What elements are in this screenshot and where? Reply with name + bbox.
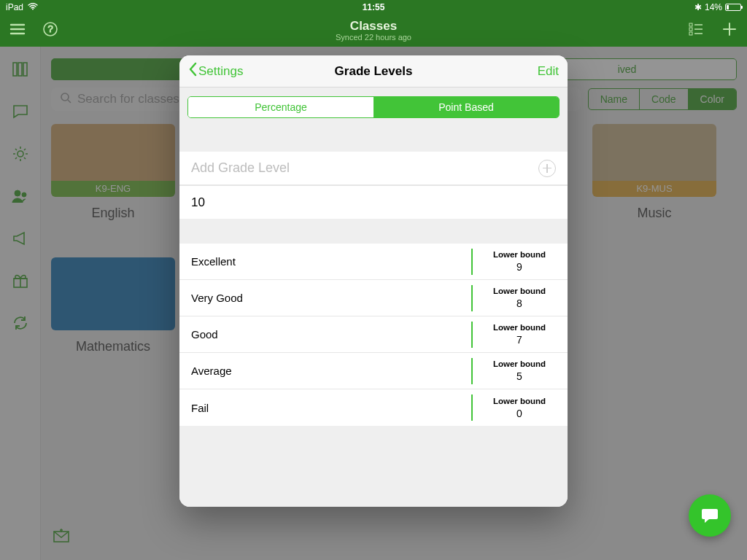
modal-body: Percentage Point Based Add Grade Level 1… — [179, 88, 568, 507]
lower-bound-value: 8 — [483, 298, 556, 309]
back-button[interactable]: Settings — [188, 62, 243, 80]
grade-row[interactable]: Excellent Lower bound9 — [179, 244, 568, 280]
lower-bound-value: 0 — [483, 408, 556, 419]
menu-icon[interactable] — [9, 20, 26, 41]
status-device: iPad — [6, 2, 23, 12]
svg-text:?: ? — [47, 23, 53, 34]
lower-bound-caption: Lower bound — [483, 287, 556, 295]
seg-percentage[interactable]: Percentage — [188, 97, 374, 117]
max-points-row[interactable]: 10 — [179, 185, 568, 219]
add-icon[interactable] — [721, 20, 738, 41]
seg-point-based[interactable]: Point Based — [374, 97, 559, 117]
status-bar: iPad 11:55 ✱ 14% — [0, 0, 747, 15]
bluetooth-icon: ✱ — [694, 2, 702, 12]
chat-fab[interactable] — [689, 494, 731, 537]
svg-point-0 — [32, 9, 34, 10]
edit-button[interactable]: Edit — [538, 64, 559, 79]
modal-title: Grade Levels — [335, 64, 413, 79]
navbar-title: Classes — [336, 20, 411, 34]
grade-row[interactable]: Average Lower bound5 — [179, 353, 568, 389]
divider — [471, 322, 473, 348]
grade-label: Good — [191, 328, 471, 341]
plus-circle-icon — [538, 160, 556, 177]
grade-label: Very Good — [191, 292, 471, 304]
back-label: Settings — [198, 64, 243, 79]
grade-list: Excellent Lower bound9 Very Good Lower b… — [179, 244, 568, 426]
divider — [471, 285, 473, 311]
lower-bound-caption: Lower bound — [483, 323, 556, 332]
grade-row[interactable]: Fail Lower bound0 — [179, 389, 568, 426]
grade-label: Average — [191, 365, 471, 377]
modal-navbar: Settings Grade Levels Edit — [179, 55, 568, 88]
chevron-left-icon — [188, 62, 197, 80]
svg-rect-3 — [689, 23, 692, 26]
divider — [471, 394, 473, 421]
grade-label: Fail — [191, 402, 471, 414]
battery-pct: 14% — [705, 2, 722, 12]
status-time: 11:55 — [363, 2, 385, 12]
svg-rect-4 — [689, 28, 692, 31]
divider — [471, 358, 473, 384]
lower-bound-caption: Lower bound — [483, 359, 556, 368]
grade-row[interactable]: Very Good Lower bound8 — [179, 280, 568, 316]
grade-row[interactable]: Good Lower bound7 — [179, 316, 568, 353]
grade-levels-modal: Settings Grade Levels Edit Percentage Po… — [179, 55, 568, 507]
help-icon[interactable]: ? — [42, 21, 58, 40]
list-view-icon[interactable] — [687, 20, 705, 41]
lower-bound-value: 9 — [483, 261, 556, 273]
lower-bound-caption: Lower bound — [483, 397, 556, 405]
basis-segmented[interactable]: Percentage Point Based — [187, 96, 560, 118]
add-grade-level-row[interactable]: Add Grade Level — [179, 152, 568, 185]
app-navbar: ? Classes Synced 22 hours ago — [0, 15, 747, 47]
lower-bound-value: 7 — [483, 334, 556, 346]
divider — [471, 249, 473, 275]
wifi-icon — [28, 2, 38, 12]
grade-label: Excellent — [191, 255, 471, 268]
navbar-subtitle: Synced 22 hours ago — [336, 33, 411, 42]
battery-icon — [725, 4, 741, 11]
svg-rect-5 — [689, 32, 692, 35]
add-grade-level-label: Add Grade Level — [191, 160, 290, 176]
lower-bound-caption: Lower bound — [483, 250, 556, 259]
lower-bound-value: 5 — [483, 370, 556, 382]
